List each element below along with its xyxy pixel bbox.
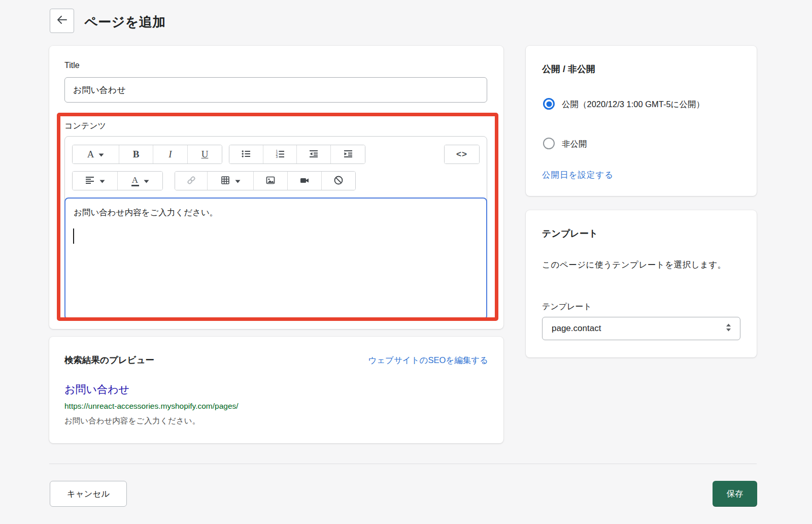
radio-visible-label: 公開（2020/12/3 1:00 GMT-5に公開）: [562, 96, 704, 112]
template-select[interactable]: page.contact: [542, 317, 740, 340]
radio-unselected-icon: [543, 138, 555, 149]
rich-text-editor: A B I U: [64, 136, 487, 320]
chevron-down-icon: [144, 177, 149, 185]
table-icon: [220, 175, 230, 187]
outdent-button[interactable]: [297, 145, 331, 163]
outdent-icon: [309, 149, 319, 160]
radio-hidden-label: 非公開: [562, 136, 587, 151]
clear-formatting-icon: [333, 175, 344, 187]
template-heading: テンプレート: [542, 227, 598, 240]
serp-result-url: https://unreact-accessories.myshopify.co…: [64, 402, 239, 411]
text-color-bar: [131, 185, 139, 186]
numbered-list-button[interactable]: 1 2 3: [263, 145, 297, 163]
title-input[interactable]: [64, 77, 487, 103]
align-left-icon: [85, 175, 95, 187]
back-arrow-icon: [56, 15, 67, 27]
template-description: このページに使うテンプレートを選択します。: [542, 257, 741, 272]
save-button[interactable]: 保存: [713, 481, 757, 507]
insert-image-button[interactable]: [254, 172, 288, 190]
indent-button[interactable]: [331, 145, 365, 163]
edit-website-seo-link[interactable]: ウェブサイトのSEOを編集する: [368, 355, 488, 366]
footer-divider: [49, 464, 757, 464]
video-icon: [299, 175, 310, 187]
insert-link-button[interactable]: [175, 172, 208, 190]
bold-button[interactable]: B: [119, 145, 153, 163]
page-title: ページを追加: [84, 13, 166, 31]
bulleted-list-icon: [241, 149, 251, 160]
set-publish-date-link[interactable]: 公開日を設定する: [542, 170, 614, 181]
font-style-button[interactable]: A: [73, 145, 119, 163]
content-editor-text: お問い合わせ内容をご入力ください。: [74, 207, 478, 218]
content-editor-body[interactable]: お問い合わせ内容をご入力ください。: [64, 198, 487, 320]
seo-preview-card: 検索結果のプレビュー ウェブサイトのSEOを編集する お問い合わせ https:…: [49, 337, 503, 443]
page-form-card: Title コンテンツ A B I U: [49, 46, 503, 329]
insert-video-button[interactable]: [288, 172, 322, 190]
text-color-button[interactable]: A: [118, 172, 162, 190]
code-view-button[interactable]: <>: [445, 145, 479, 163]
clear-formatting-button[interactable]: [322, 172, 355, 190]
visibility-heading: 公開 / 非公開: [542, 63, 595, 75]
image-icon: [265, 175, 276, 187]
cancel-button[interactable]: キャンセル: [50, 481, 127, 507]
select-updown-icon: [725, 323, 732, 335]
underline-button[interactable]: U: [188, 145, 222, 163]
editor-toolbar-row-1: A B I U: [72, 145, 480, 164]
chevron-down-icon: [235, 177, 241, 185]
alignment-button[interactable]: [73, 172, 118, 190]
insert-table-button[interactable]: [208, 172, 254, 190]
link-icon: [186, 175, 197, 187]
template-card: テンプレート このページに使うテンプレートを選択します。 テンプレート page…: [526, 210, 757, 357]
content-field-label: コンテンツ: [64, 121, 106, 132]
bulleted-list-button[interactable]: [229, 145, 263, 163]
radio-selected-icon: [543, 98, 555, 110]
seo-heading: 検索結果のプレビュー: [64, 354, 154, 366]
italic-button[interactable]: I: [153, 145, 188, 163]
chevron-down-icon: [99, 177, 105, 185]
template-select-value: page.contact: [552, 323, 601, 334]
back-button[interactable]: [50, 9, 74, 33]
radio-option-visible[interactable]: 公開（2020/12/3 1:00 GMT-5に公開）: [543, 96, 704, 112]
text-cursor: [73, 228, 74, 244]
title-field-label: Title: [64, 61, 80, 70]
radio-option-hidden[interactable]: 非公開: [543, 136, 587, 151]
template-select-label: テンプレート: [542, 302, 592, 312]
svg-text:3: 3: [276, 155, 278, 158]
serp-result-title: お問い合わせ: [64, 382, 129, 397]
chevron-down-icon: [98, 151, 104, 158]
numbered-list-icon: 1 2 3: [275, 149, 285, 160]
indent-icon: [343, 149, 353, 160]
serp-result-description: お問い合わせ内容をご入力ください。: [64, 416, 200, 427]
editor-toolbar-row-2: A: [72, 171, 480, 190]
visibility-card: 公開 / 非公開 公開（2020/12/3 1:00 GMT-5に公開） 非公開…: [526, 46, 757, 196]
